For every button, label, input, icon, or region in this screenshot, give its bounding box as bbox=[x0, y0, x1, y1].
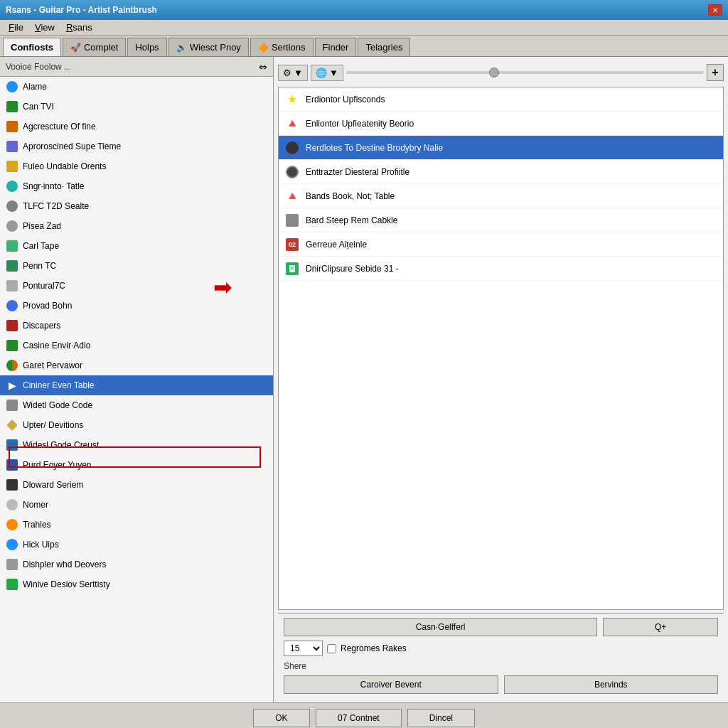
right-list-item-rerdlotes[interactable]: Rerdlotes To Destine Brodybry Nalie bbox=[279, 136, 723, 160]
list-item-purd[interactable]: Purd Eoyer Yuyen bbox=[0, 455, 273, 475]
menu-rsans[interactable]: Rsans bbox=[60, 21, 98, 34]
fuleo-icon bbox=[6, 160, 18, 173]
regromes-checkbox[interactable] bbox=[327, 644, 336, 653]
list-item-aproroscined[interactable]: Aproroscined Supe Tieme bbox=[0, 136, 273, 156]
right-toolbar-btn2[interactable]: 🌐 ▼ bbox=[311, 65, 343, 81]
tab-confiosts[interactable]: Confiosts bbox=[3, 38, 61, 56]
left-panel-header: Vooioe Foolow ... ⇔ bbox=[0, 57, 273, 77]
garet-label: Garet Pervawor bbox=[23, 360, 82, 370]
title-bar-controls: ✕ bbox=[708, 4, 722, 16]
list-item-garet[interactable]: Garet Pervawor bbox=[0, 355, 273, 375]
list-item-widesl[interactable]: Widesl Gode Creust bbox=[0, 435, 273, 455]
left-panel-list: Alame Can TVI Agcrescture Of fine Aproro… bbox=[0, 77, 273, 702]
menu-file[interactable]: File bbox=[3, 21, 29, 34]
list-item-trahles[interactable]: Trahles bbox=[0, 515, 273, 535]
right-toolbar-btn1[interactable]: ⚙ ▼ bbox=[278, 65, 308, 81]
tab-finder[interactable]: Finder bbox=[315, 38, 357, 56]
trahles-label: Trahles bbox=[23, 520, 51, 530]
tlfc-label: TLFC T2D Sealte bbox=[23, 201, 89, 211]
winive-icon bbox=[6, 578, 18, 591]
list-item-winive[interactable]: Winive Desiov Serttisty bbox=[0, 574, 273, 594]
list-item-discapers[interactable]: Discapers bbox=[0, 316, 273, 336]
bervinds-button[interactable]: Bervinds bbox=[504, 675, 719, 694]
ok-button[interactable]: OK bbox=[253, 709, 310, 727]
upter-icon bbox=[6, 419, 18, 432]
list-item-fuleo[interactable]: Fuleo Undable Orents bbox=[0, 156, 273, 176]
right-slider[interactable] bbox=[346, 71, 704, 74]
number-dropdown[interactable]: 15 30 45 bbox=[284, 641, 323, 656]
dropdown-row: 15 30 45 Regromes Rakes bbox=[284, 641, 718, 656]
aproroscined-icon bbox=[6, 140, 18, 153]
list-item-pisea[interactable]: Pisea Zad bbox=[0, 216, 273, 236]
list-item-alame[interactable]: Alame bbox=[0, 77, 273, 97]
erdiontor-icon: ★ bbox=[284, 92, 300, 107]
hick-icon bbox=[6, 538, 18, 551]
hick-label: Hick Uips bbox=[23, 540, 59, 550]
bands-icon: 🔺 bbox=[284, 188, 300, 204]
tab-holps[interactable]: Holps bbox=[127, 38, 166, 56]
bottom-controls: Casn·Gelfferl Q+ 15 30 45 Regromes Rakes… bbox=[278, 613, 724, 698]
q-button[interactable]: Q+ bbox=[603, 618, 718, 636]
bard-label: Bard Steep Rem Cabkle bbox=[306, 215, 397, 225]
add-button[interactable]: + bbox=[707, 64, 724, 81]
right-slider-handle[interactable] bbox=[489, 68, 499, 77]
list-item-sngr[interactable]: Sngr·innto· Tatle bbox=[0, 176, 273, 196]
list-item-nomer[interactable]: Nomer bbox=[0, 495, 273, 515]
right-list-item-bands[interactable]: 🔺 Bands Book, Not; Table bbox=[279, 184, 723, 208]
widesl-label: Widesl Gode Creust bbox=[23, 440, 99, 450]
right-list-item-dnir[interactable]: DnirClipsure Sebide 31 - bbox=[279, 257, 723, 281]
list-item-dishpler[interactable]: Dishpler whd Deovers bbox=[0, 555, 273, 574]
shere-text: Shere bbox=[284, 660, 718, 671]
casn-button[interactable]: Casn·Gelfferl bbox=[284, 618, 597, 636]
list-item-carl-tape[interactable]: Carl Tape bbox=[0, 236, 273, 256]
list-item-provad[interactable]: Provad Bohn bbox=[0, 296, 273, 316]
garet-icon bbox=[6, 359, 18, 372]
enliontor-icon: 🔺 bbox=[284, 116, 300, 132]
penn-tc-label: Penn TC bbox=[23, 261, 56, 271]
close-button[interactable]: ✕ bbox=[708, 4, 722, 16]
purd-label: Purd Eoyer Yuyen bbox=[23, 460, 92, 470]
right-list: ★ Erdiontor Upfisconds 🔺 Enliontor Upfie… bbox=[278, 87, 724, 610]
right-list-item-gerreue[interactable]: 02 Gerreue Aițeinle bbox=[279, 232, 723, 257]
caroiver-button[interactable]: Caroiver Bevent bbox=[284, 675, 498, 694]
tab-complet[interactable]: 🚀 Complet bbox=[63, 38, 126, 56]
footer: OK 07 Contnet Dincel bbox=[0, 702, 728, 728]
right-list-item-enttrazter[interactable]: Enttrazter Diesteral Profiitle bbox=[279, 160, 723, 184]
list-item-penn-tc[interactable]: Penn TC bbox=[0, 256, 273, 276]
aproroscined-label: Aproroscined Supe Tieme bbox=[23, 141, 121, 151]
erdiontor-label: Erdiontor Upfisconds bbox=[306, 95, 385, 105]
tab-wiesct-pnoy[interactable]: 🔊 Wiesct Pnoy bbox=[168, 38, 249, 56]
right-list-item-erdiontor[interactable]: ★ Erdiontor Upfisconds bbox=[279, 87, 723, 112]
list-item-pontural[interactable]: Pontural7C bbox=[0, 276, 273, 296]
list-item-dloward[interactable]: Dloward Seriem bbox=[0, 475, 273, 495]
right-list-item-bard[interactable]: Bard Steep Rem Cabkle bbox=[279, 208, 723, 232]
rerdlotes-label: Rerdlotes To Destine Brodybry Nalie bbox=[306, 143, 443, 153]
tlfc-icon bbox=[6, 200, 18, 213]
discapers-label: Discapers bbox=[23, 321, 60, 331]
list-item-casine[interactable]: Casine Envir·Adio bbox=[0, 336, 273, 355]
contnet-button[interactable]: 07 Contnet bbox=[316, 709, 402, 727]
can-tvi-icon bbox=[6, 100, 18, 113]
right-toolbar-icon1: ⚙ bbox=[283, 68, 291, 78]
list-item-agcrescture[interactable]: Agcrescture Of fine bbox=[0, 117, 273, 136]
main-content: Vooioe Foolow ... ⇔ Alame Can TVI Agcres… bbox=[0, 57, 728, 702]
list-item-cininer[interactable]: ▶ Cininer Even Table bbox=[0, 375, 273, 395]
left-panel: Vooioe Foolow ... ⇔ Alame Can TVI Agcres… bbox=[0, 57, 274, 702]
list-item-upter[interactable]: Upter/ Devitions bbox=[0, 415, 273, 435]
dishpler-icon bbox=[6, 558, 18, 571]
carl-tape-icon bbox=[6, 240, 18, 252]
rerdlotes-icon bbox=[284, 140, 300, 156]
left-panel-expand-icon[interactable]: ⇔ bbox=[259, 61, 267, 73]
pontural-label: Pontural7C bbox=[23, 281, 65, 291]
list-item-tlfc[interactable]: TLFC T2D Sealte bbox=[0, 196, 273, 216]
list-item-can-tvi[interactable]: Can TVI bbox=[0, 97, 273, 117]
list-item-widetl[interactable]: Widetl Gode Code bbox=[0, 395, 273, 415]
right-toolbar: ⚙ ▼ 🌐 ▼ + bbox=[278, 61, 724, 84]
list-item-hick[interactable]: Hick Uips bbox=[0, 535, 273, 555]
right-toolbar-chevron1: ▼ bbox=[294, 68, 303, 78]
tab-sertions[interactable]: 🔶 Sertions bbox=[250, 38, 314, 56]
right-list-item-enliontor[interactable]: 🔺 Enliontor Upfieatenity Beorio bbox=[279, 112, 723, 136]
tab-telagries[interactable]: Telagries bbox=[358, 38, 410, 56]
dincel-button[interactable]: Dincel bbox=[407, 709, 475, 727]
menu-view[interactable]: View bbox=[29, 21, 60, 34]
